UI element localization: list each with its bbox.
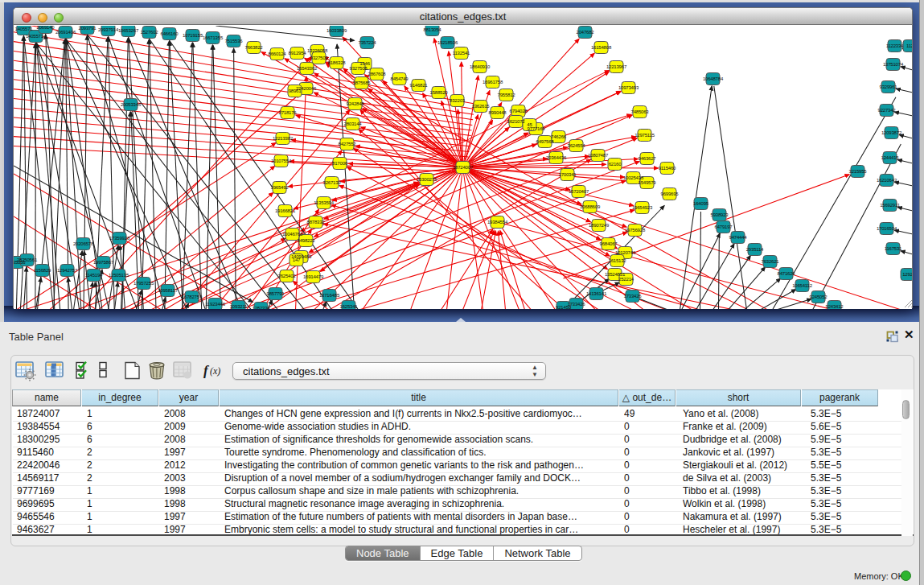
svg-text:5938923: 5938923 — [711, 212, 729, 217]
svg-text:3267130: 3267130 — [323, 180, 342, 185]
svg-text:2069140: 2069140 — [37, 26, 55, 30]
svg-text:(x): (x) — [210, 365, 220, 377]
svg-text:18724007: 18724007 — [453, 165, 474, 170]
svg-text:12213967: 12213967 — [606, 64, 627, 69]
svg-text:14136141: 14136141 — [586, 291, 607, 296]
svg-text:1292: 1292 — [902, 272, 912, 277]
svg-text:10648784: 10648784 — [703, 76, 724, 81]
svg-text:8813054: 8813054 — [424, 27, 442, 32]
svg-text:20937914: 20937914 — [98, 27, 119, 32]
svg-text:19975867: 19975867 — [93, 260, 114, 265]
svg-text:9699695: 9699695 — [661, 192, 680, 196]
svg-text:1405571: 1405571 — [15, 27, 34, 31]
svg-text:10046766: 10046766 — [282, 232, 303, 237]
svg-text:3624554: 3624554 — [568, 143, 586, 148]
svg-text:10120746: 10120746 — [615, 250, 636, 255]
svg-text:20206578: 20206578 — [73, 241, 94, 246]
svg-text:9463627: 9463627 — [639, 156, 657, 161]
svg-text:19756928: 19756928 — [625, 228, 646, 233]
svg-text:8186328: 8186328 — [328, 60, 347, 65]
svg-text:7625402: 7625402 — [278, 274, 297, 278]
svg-text:1093211: 1093211 — [230, 304, 248, 309]
svg-text:6466160: 6466160 — [161, 31, 179, 36]
svg-text:147: 147 — [293, 257, 301, 262]
svg-text:1282334: 1282334 — [253, 306, 271, 309]
svg-text:20053346: 20053346 — [121, 102, 142, 107]
svg-text:11923446: 11923446 — [205, 302, 226, 307]
svg-text:8471626: 8471626 — [778, 271, 796, 276]
svg-text:1122334: 1122334 — [886, 43, 904, 48]
svg-text:15720407: 15720407 — [569, 189, 589, 194]
svg-text:7485063: 7485063 — [631, 109, 650, 114]
svg-text:7357224: 7357224 — [359, 40, 377, 45]
svg-text:7955812: 7955812 — [498, 93, 516, 97]
svg-text:10958117: 10958117 — [158, 288, 179, 293]
svg-text:20364436: 20364436 — [546, 155, 567, 160]
svg-text:16671355: 16671355 — [203, 35, 224, 40]
svg-text:8912954: 8912954 — [289, 51, 307, 56]
svg-text:10653267: 10653267 — [118, 28, 139, 33]
svg-text:12975115: 12975115 — [634, 133, 655, 138]
svg-text:12213382: 12213382 — [273, 136, 294, 141]
svg-text:9243412: 9243412 — [826, 304, 844, 309]
svg-text:1625341: 1625341 — [340, 304, 359, 309]
svg-text:1167531: 1167531 — [885, 246, 902, 251]
svg-text:9115460: 9115460 — [659, 166, 676, 171]
svg-text:2935114: 2935114 — [746, 247, 764, 252]
svg-text:2867608: 2867608 — [368, 72, 387, 76]
svg-text:1132541: 1132541 — [453, 51, 470, 56]
svg-text:10719155: 10719155 — [183, 33, 203, 38]
svg-text:7632621: 7632621 — [762, 259, 780, 264]
svg-text:12942757: 12942757 — [57, 268, 78, 273]
svg-text:7663822: 7663822 — [245, 45, 264, 50]
svg-text:18640910: 18640910 — [470, 64, 491, 69]
svg-text:817006: 817006 — [332, 161, 348, 166]
svg-text:921450: 921450 — [556, 305, 572, 309]
svg-text:7515536: 7515536 — [225, 39, 244, 43]
svg-text:12093872: 12093872 — [881, 130, 902, 135]
svg-text:13716485: 13716485 — [319, 293, 340, 298]
svg-text:6497568: 6497568 — [536, 139, 555, 144]
svg-text:15692911: 15692911 — [880, 203, 901, 208]
svg-text:17957255: 17957255 — [133, 281, 154, 286]
svg-text:3215955: 3215955 — [849, 169, 868, 174]
svg-text:9329961: 9329961 — [880, 84, 898, 89]
svg-text:1362615: 1362615 — [472, 104, 491, 109]
svg-text:1733426: 1733426 — [624, 294, 643, 299]
svg-text:16210643: 16210643 — [877, 178, 897, 183]
svg-text:252214: 252214 — [618, 277, 634, 282]
svg-text:f: f — [203, 363, 210, 378]
svg-text:11353594: 11353594 — [314, 200, 335, 205]
svg-text:15300275: 15300275 — [417, 177, 437, 182]
svg-text:1527602: 1527602 — [141, 30, 159, 35]
svg-text:9684067: 9684067 — [600, 241, 618, 246]
svg-text:16033809: 16033809 — [326, 28, 347, 33]
svg-text:20691406: 20691406 — [55, 30, 76, 35]
svg-text:8427552: 8427552 — [339, 142, 357, 146]
svg-text:12505135: 12505135 — [109, 273, 129, 278]
svg-text:3875685: 3875685 — [353, 80, 372, 85]
svg-text:10107554: 10107554 — [271, 159, 292, 163]
svg-text:1549579: 1549579 — [639, 180, 657, 185]
svg-text:16543362: 16543362 — [297, 66, 318, 71]
svg-text:10688609: 10688609 — [580, 204, 601, 209]
svg-text:9245052: 9245052 — [810, 295, 828, 299]
svg-text:112: 112 — [906, 43, 912, 48]
svg-text:16961758: 16961758 — [483, 80, 503, 84]
svg-text:2047682: 2047682 — [577, 30, 595, 35]
svg-text:2718176: 2718176 — [279, 110, 298, 115]
svg-text:1615132: 1615132 — [609, 258, 627, 263]
svg-text:1700341: 1700341 — [559, 172, 577, 177]
svg-text:10807487: 10807487 — [588, 153, 609, 158]
svg-text:62160: 62160 — [609, 162, 622, 167]
svg-text:19218506: 19218506 — [437, 40, 458, 45]
svg-text:10973493: 10973493 — [618, 85, 639, 90]
svg-text:1156829: 1156829 — [34, 268, 51, 273]
svg-text:2093791: 2093791 — [79, 26, 97, 31]
svg-text:9474444: 9474444 — [729, 235, 748, 240]
svg-text:17016504: 17016504 — [877, 226, 897, 231]
svg-text:9327508: 9327508 — [350, 66, 368, 71]
svg-text:832203: 832203 — [450, 98, 466, 103]
svg-text:8454749: 8454749 — [391, 76, 409, 81]
svg-text:16154808: 16154808 — [591, 45, 612, 50]
